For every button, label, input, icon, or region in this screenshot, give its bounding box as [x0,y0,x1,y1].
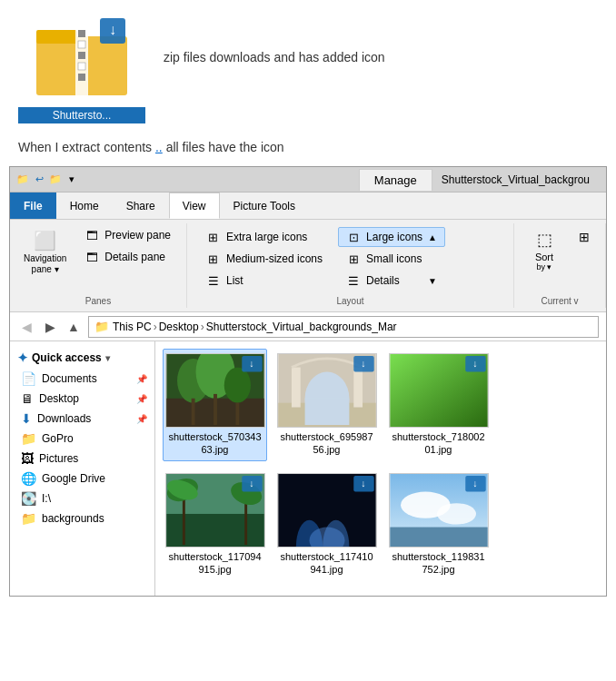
when-extract-text: When I extract contents .. all files hav… [0,133,616,162]
svg-rect-1 [36,30,77,44]
current-view-title: Current v [522,292,598,306]
sidebar-item-downloads[interactable]: ⬇ Downloads 📌 [10,409,154,429]
sidebar-item-desktop[interactable]: 🖥 Desktop 📌 [10,389,154,409]
nav-pane-icon: ⬜ [34,230,56,252]
window-title-text: Shutterstock_Virtual_backgrou [432,173,599,186]
list-icon: ☰ [206,273,221,288]
quick-access-star: ✦ [17,350,28,365]
preview-pane-btn[interactable]: 🗔 Preview pane [76,225,179,245]
file-item-4[interactable]: ↓ shutterstock_117410941.jpg [274,469,379,581]
address-path[interactable]: 📁 This PC › Desktop › Shutterstock_Virtu… [88,316,599,338]
svg-rect-17 [235,403,239,425]
explorer-body: ✦ Quick access ▾ 📄 Documents 📌 🖥 Desktop… [10,341,606,596]
tab-share[interactable]: Share [113,192,169,219]
sidebar-item-documents[interactable]: 📄 Documents 📌 [10,369,154,389]
svg-rect-6 [78,63,85,70]
file-item-0[interactable]: ↓ shutterstock_57034363.jpg [163,349,267,461]
details-pane-btn[interactable]: 🗔 Details pane [76,247,179,267]
file-item-5[interactable]: ↓ shutterstock_119831752.jpg [386,469,491,581]
file-thumb-4: ↓ [277,473,377,548]
tab-picture-tools[interactable]: Picture Tools [220,192,309,219]
list-btn[interactable]: ☰ List [198,271,331,291]
downloads-pin: 📌 [136,414,147,424]
pane-btns: 🗔 Preview pane 🗔 Details pane [76,225,179,267]
extra-large-icons-btn[interactable]: ⊞ Extra large icons [198,227,331,247]
file-name-4: shutterstock_117410941.jpg [279,550,374,577]
googledrive-icon: 🌐 [21,471,36,486]
file-item-3[interactable]: ↓ shutterstock_117094915.jpg [163,469,267,581]
path-this-pc[interactable]: This PC [113,321,152,333]
details-view-icon: ☰ [346,273,361,288]
svg-text:↓: ↓ [361,477,365,488]
details-label: Details pane [104,251,165,263]
svg-rect-23 [353,368,363,408]
gopro-label: GoPro [42,432,74,445]
large-label: Large icons [366,231,422,243]
expand-icon: ▾ [65,173,79,187]
file-item-2[interactable]: ↓ shutterstock_71800201.jpg [386,349,491,461]
layout-scroll-down: ▼ [428,276,437,286]
details-btn[interactable]: ☰ Details ▼ [338,271,445,291]
folder-icon-tab: 📁 [15,173,30,187]
sidebar-item-drive-i[interactable]: 💽 I:\ [10,489,154,508]
navigation-pane-btn[interactable]: ⬜ Navigationpane ▾ [17,225,73,280]
file-thumb-2: ↓ [389,353,489,428]
panes-items: ⬜ Navigationpane ▾ 🗔 Preview pane 🗔 Deta… [17,225,179,292]
sep2: › [201,321,204,333]
drive-i-label: I:\ [42,492,51,505]
svg-text:↓: ↓ [361,358,365,369]
downloads-label: Downloads [37,412,91,425]
overflow-icon: ⊞ [579,230,590,244]
downloads-icon: ⬇ [21,411,32,426]
explorer-tabbar: 📁 ↩ 📁 ▾ Manage Shutterstock_Virtual_back… [10,167,606,192]
back-btn[interactable]: ◀ [17,318,35,336]
file-name-0: shutterstock_57034363.jpg [167,430,263,457]
svg-rect-16 [214,394,217,425]
medium-label: Medium-sized icons [226,252,323,265]
path-folder[interactable]: Shutterstock_Virtual_backgrounds_Mar [206,321,397,333]
medium-icon: ⊞ [206,252,221,266]
svg-rect-7 [78,74,85,81]
file-name-2: shutterstock_71800201.jpg [391,430,486,457]
svg-point-49 [437,503,476,524]
pictures-icon: 🖼 [21,451,34,466]
file-name-3: shutterstock_117094915.jpg [167,550,263,577]
svg-rect-32 [166,513,263,546]
drive-i-icon: 💽 [21,491,36,506]
undo-icon: ↩ [32,173,46,187]
sidebar: ✦ Quick access ▾ 📄 Documents 📌 🖥 Desktop… [10,341,155,596]
svg-text:↓: ↓ [249,477,253,488]
file-item-1[interactable]: ↓ shutterstock_69598756.jpg [274,349,379,461]
sidebar-item-gopro[interactable]: 📁 GoPro [10,429,154,449]
file-thumb-5: ↓ [389,473,489,548]
small-icon: ⊞ [346,252,361,266]
sidebar-item-googledrive[interactable]: 🌐 Google Drive [10,469,154,489]
forward-btn[interactable]: ▶ [41,318,59,336]
medium-icons-btn[interactable]: ⊞ Medium-sized icons [198,249,331,269]
tab-view[interactable]: View [169,192,220,219]
desktop-label: Desktop [39,392,79,405]
manage-tab-label[interactable]: Manage [359,169,432,191]
svg-text:↓: ↓ [472,477,477,488]
zip-icon-label: Shuttersto... [18,107,145,123]
svg-rect-50 [390,527,487,546]
sidebar-item-backgrounds[interactable]: 📁 backgrounds [10,508,154,528]
extract-link[interactable]: .. [155,140,163,154]
file-thumb-1: ↓ [277,353,377,428]
tab-home[interactable]: Home [56,192,113,219]
large-icons-btn[interactable]: ⊡ Large icons ▲ [338,227,445,247]
up-btn[interactable]: ▲ [65,318,83,336]
top-section: ↓ Shuttersto... zip files downloads and … [0,0,616,133]
sidebar-item-pictures[interactable]: 🖼 Pictures [10,449,154,469]
details-view-label: Details [366,274,400,287]
ribbon-tabs: File Home Share View Picture Tools [10,192,606,220]
sort-by-btn[interactable]: ⬚ Sort by ▾ [522,225,567,276]
backgrounds-label: backgrounds [42,512,104,525]
path-desktop[interactable]: Desktop [159,321,199,333]
desktop-icon: 🖥 [21,391,34,406]
current-view-overflow[interactable]: ⊞ [571,225,598,249]
quick-access-header[interactable]: ✦ Quick access ▾ [10,347,154,369]
top-description: zip files downloads and has added icon [164,14,385,64]
small-icons-btn[interactable]: ⊞ Small icons [338,249,445,269]
tab-file[interactable]: File [10,192,56,219]
